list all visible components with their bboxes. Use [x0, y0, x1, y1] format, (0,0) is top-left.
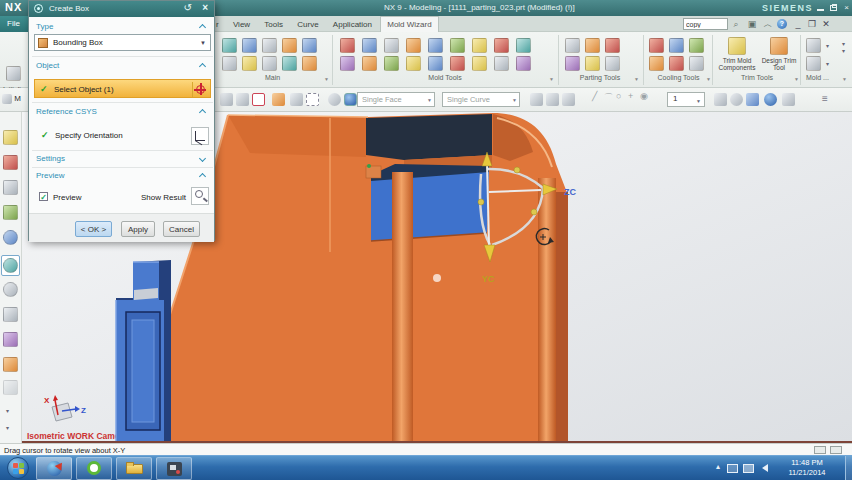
selbar-icon-3[interactable] — [272, 93, 285, 106]
doc-minimize-icon[interactable]: _ — [792, 18, 804, 30]
select-object-row[interactable]: ✓ Select Object (1) — [34, 79, 211, 98]
tab-curve[interactable]: Curve — [291, 17, 324, 33]
mold-tool-icon-17[interactable] — [516, 38, 531, 53]
assembly-navigator-icon[interactable] — [3, 130, 18, 145]
hd3d-tools-icon[interactable] — [3, 230, 18, 245]
main-tool-icon-5[interactable] — [302, 38, 317, 53]
doc-restore-icon[interactable]: ❐ — [806, 18, 818, 30]
status-window-icon-1[interactable] — [814, 446, 826, 454]
resource-scroll-down-icon[interactable]: ▾ — [6, 424, 9, 431]
view-op-icon-3[interactable] — [746, 93, 759, 106]
main-tool-icon-4[interactable] — [282, 38, 297, 53]
part-navigator-icon[interactable] — [3, 180, 18, 195]
object-collapse-icon[interactable] — [200, 63, 206, 69]
parting-tool-icon-3[interactable] — [605, 38, 620, 53]
resource-scroll-up-icon[interactable]: ▾ — [6, 407, 9, 414]
minimize-icon[interactable] — [815, 3, 826, 13]
curve-rule-dropdown[interactable]: Single Curve▼ — [442, 92, 520, 107]
web-browser-icon[interactable] — [1, 255, 20, 276]
snap-icon-3[interactable] — [562, 93, 575, 106]
cancel-button[interactable]: Cancel — [163, 221, 200, 237]
group-overflow-icon[interactable]: ▾ — [826, 42, 829, 49]
tab-file[interactable]: File — [0, 16, 28, 32]
constraint-navigator-icon[interactable] — [3, 155, 18, 170]
csys-orientation-icon[interactable] — [191, 127, 209, 145]
orange-mold-body[interactable] — [165, 113, 568, 442]
group-overflow-icon-2[interactable]: ▾ — [826, 60, 829, 67]
main-tool-icon-1[interactable] — [222, 38, 237, 53]
manufacturing-wizard-icon[interactable] — [3, 332, 18, 347]
mold-tool-icon-4[interactable] — [406, 38, 421, 53]
explorer-app-icon[interactable] — [116, 457, 152, 480]
snap-icon-1[interactable] — [530, 93, 543, 106]
mold-tool-icon-18[interactable] — [516, 56, 531, 71]
selbar-icon-2[interactable] — [236, 93, 249, 106]
type-collapse-icon[interactable] — [200, 24, 206, 30]
status-window-icon-2[interactable] — [830, 446, 842, 454]
tab-view[interactable]: View — [227, 17, 256, 33]
window-layout-icon[interactable]: ▣ — [746, 18, 758, 30]
view-op-icon-5[interactable] — [782, 93, 795, 106]
mold-right-rib[interactable] — [538, 178, 556, 442]
selbar-icon-1[interactable] — [220, 93, 233, 106]
preview-box-front-face[interactable] — [371, 172, 489, 241]
parting-tool-icon-4[interactable] — [565, 56, 580, 71]
apply-button[interactable]: Apply — [121, 221, 155, 237]
face-rule-dropdown[interactable]: Single Face▼ — [357, 92, 435, 107]
main-tool-icon-8[interactable] — [262, 56, 277, 71]
tab-application[interactable]: Application — [327, 17, 378, 33]
marquee-select-icon[interactable] — [306, 93, 319, 106]
mold-tool-icon-7[interactable] — [472, 38, 487, 53]
cooling-tool-icon-5[interactable] — [669, 56, 684, 71]
close-icon[interactable]: × — [841, 3, 852, 13]
tab-mold-wizard[interactable]: Mold Wizard — [380, 16, 438, 32]
media-app-icon[interactable] — [76, 457, 112, 480]
tray-expand-icon[interactable]: ▴ — [716, 462, 720, 471]
process-studio-icon[interactable] — [3, 307, 18, 322]
mold-tool-icon-1[interactable] — [340, 38, 355, 53]
dialog-close-icon[interactable]: × — [202, 2, 208, 13]
mold-tool-icon-2[interactable] — [362, 38, 377, 53]
search-icon[interactable]: ⌕ — [730, 18, 742, 30]
main-tool-icon-10[interactable] — [302, 56, 317, 71]
command-finder-input[interactable] — [683, 18, 728, 30]
cooling-tool-icon-2[interactable] — [669, 38, 684, 53]
mold-tool-icon-8[interactable] — [494, 38, 509, 53]
dialog-reset-icon[interactable]: ↺ — [184, 2, 192, 13]
parting-tool-icon-2[interactable] — [585, 38, 600, 53]
cooling-tool-icon-1[interactable] — [649, 38, 664, 53]
mold-front-rib[interactable] — [392, 172, 413, 442]
main-tool-icon-6[interactable] — [222, 56, 237, 71]
mold-tool-icon-9[interactable] — [340, 56, 355, 71]
show-desktop-button[interactable] — [845, 456, 852, 480]
drag-handle-icon[interactable]: ≡ — [822, 93, 828, 104]
magnifier-icon[interactable] — [191, 187, 209, 205]
csys-ball-handle-2[interactable] — [531, 209, 537, 215]
mold-tool-icon-15[interactable] — [472, 56, 487, 71]
view-op-icon-4[interactable] — [764, 93, 777, 106]
layer-spinner[interactable]: 1▼ — [667, 92, 705, 107]
mold-tool-icon-16[interactable] — [494, 56, 509, 71]
mold-tool-icon-3[interactable] — [384, 38, 399, 53]
view-op-icon-2[interactable] — [730, 93, 743, 106]
network-icon[interactable] — [727, 464, 738, 473]
mold-extra-icon-1[interactable] — [806, 38, 821, 53]
ribbon-overflow-icon[interactable]: ▾▾ — [842, 40, 845, 54]
csys-ball-handle-1[interactable] — [514, 167, 520, 173]
tab-tools[interactable]: Tools — [258, 17, 289, 33]
snap-arc-icon[interactable]: ⌒ — [604, 91, 613, 104]
help-icon[interactable]: ? — [777, 19, 787, 29]
cooling-tool-icon-3[interactable] — [689, 38, 704, 53]
mold-right-side-face[interactable] — [556, 192, 568, 442]
parting-tool-icon-6[interactable] — [605, 56, 620, 71]
selbar-filter-icon[interactable] — [252, 93, 265, 106]
main-tool-icon-9[interactable] — [282, 56, 297, 71]
mold-tool-icon-5[interactable] — [428, 38, 443, 53]
view-op-icon-1[interactable] — [714, 93, 727, 106]
main-tool-icon-7[interactable] — [242, 56, 257, 71]
parting-tool-icon-5[interactable] — [585, 56, 600, 71]
snap-line-icon[interactable]: ╱ — [592, 91, 597, 101]
mold-tool-icon-6[interactable] — [450, 38, 465, 53]
roles-icon[interactable] — [3, 357, 18, 372]
viewer-app-icon[interactable] — [156, 457, 192, 480]
